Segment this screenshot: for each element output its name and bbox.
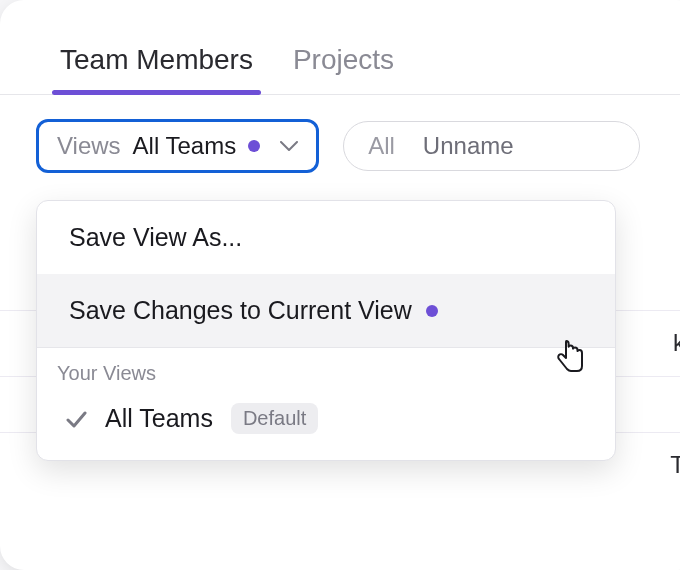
tab-team-members[interactable]: Team Members [60, 44, 253, 94]
menu-item-label: Save Changes to Current View [69, 296, 412, 325]
tab-bar: Team Members Projects [0, 0, 680, 95]
tab-projects[interactable]: Projects [293, 44, 394, 94]
views-label: Views [57, 132, 121, 160]
unsaved-changes-dot-icon [248, 140, 260, 152]
main-card: Team Members Projects Views All Teams Al… [0, 0, 680, 570]
menu-item-save-view-as[interactable]: Save View As... [37, 201, 615, 274]
menu-item-save-changes[interactable]: Save Changes to Current View [37, 274, 615, 347]
controls-row: Views All Teams All Unname [0, 95, 680, 173]
views-current-value: All Teams [133, 132, 237, 160]
default-badge: Default [231, 403, 318, 434]
check-icon [65, 408, 87, 430]
tab-label: Team Members [60, 44, 253, 75]
filter-pill[interactable]: All Unname [343, 121, 640, 171]
filter-scope-label: All [368, 132, 395, 160]
view-name: All Teams [105, 404, 213, 433]
cell-text: TM [670, 451, 680, 479]
views-dropdown-trigger[interactable]: Views All Teams [36, 119, 319, 173]
filter-value: Unname [423, 132, 514, 160]
dropdown-section-header: Your Views [37, 348, 615, 393]
views-dropdown-menu: Save View As... Save Changes to Current … [36, 200, 616, 461]
cell-text: kill [673, 329, 680, 357]
view-list-item[interactable]: All Teams Default [37, 393, 615, 460]
menu-item-label: Save View As... [69, 223, 242, 252]
tab-label: Projects [293, 44, 394, 75]
unsaved-changes-dot-icon [426, 305, 438, 317]
chevron-down-icon [280, 141, 298, 151]
